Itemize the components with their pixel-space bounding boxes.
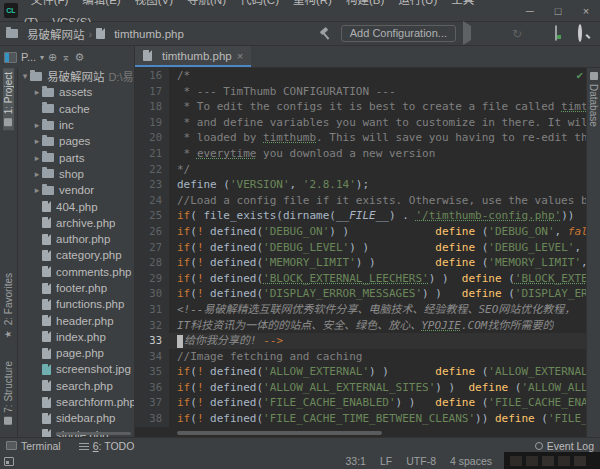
indent-indicator[interactable]: 4 spaces	[450, 455, 492, 467]
code-editor[interactable]: ✔ 16/*17 * --- TimThumb CONFIGURATION --…	[135, 68, 586, 437]
editor-line-25[interactable]: 25if( file_exists(dirname(__FILE__) . '/…	[135, 208, 586, 224]
editor-horizontal-scrollbar[interactable]	[177, 431, 382, 435]
sidebar-item-favorites[interactable]: ★ 2: Favorites	[3, 269, 14, 343]
tree-item-cache[interactable]: cache	[18, 101, 134, 117]
chevron-right-icon[interactable]: ▸	[32, 153, 42, 163]
editor-line-22[interactable]: 22*/	[135, 162, 586, 178]
editor-line-23[interactable]: 23define ('VERSION', '2.8.14');	[135, 177, 586, 193]
menu-item-2[interactable]: 视图(V)	[128, 0, 180, 6]
chevron-right-icon[interactable]: ▸	[32, 185, 42, 195]
editor-line-24[interactable]: 24//Load a config file if it exists. Oth…	[135, 193, 586, 209]
tree-item-label: cache	[59, 103, 90, 115]
search-everywhere-icon[interactable]	[578, 26, 594, 42]
tool-windows-icon[interactable]	[555, 26, 571, 42]
editor-line-18[interactable]: 18 * To edit the configs it is best to c…	[135, 99, 586, 115]
tree-item-screenshot.jpg[interactable]: screenshot.jpg	[18, 361, 134, 377]
editor-line-29[interactable]: 29if(! defined('BLOCK_EXTERNAL_LEECHERS'…	[135, 271, 586, 287]
editor-line-17[interactable]: 17 * --- TimThumb CONFIGURATION ---	[135, 84, 586, 100]
build-hammer-icon[interactable]	[318, 26, 334, 42]
terminal-button[interactable]: Terminal	[6, 440, 61, 452]
editor-line-21[interactable]: 21 * everytime you download a new versio…	[135, 146, 586, 162]
close-button[interactable]: ×	[572, 0, 600, 22]
tree-item-parts[interactable]: ▸parts	[18, 149, 134, 165]
chevron-right-icon[interactable]: ▸	[32, 136, 42, 146]
tree-item-header.php[interactable]: header.php	[18, 312, 134, 328]
tree-item-易破解网站[interactable]: ▾易破解网站D:\易破	[18, 68, 134, 84]
breadcrumb-item[interactable]: timthumb.php	[96, 28, 184, 40]
editor-line-19[interactable]: 19 * and define variables you want to cu…	[135, 115, 586, 131]
menu-item-1[interactable]: 编辑(E)	[75, 0, 127, 6]
tree-item-label: pages	[59, 135, 90, 147]
add-configuration-button[interactable]: Add Configuration...	[341, 25, 456, 42]
tree-item-sidebar.php[interactable]: sidebar.php	[18, 410, 134, 426]
sidebar-item-database[interactable]: Database	[588, 68, 599, 131]
toolwindow-toggle-icon[interactable]	[4, 457, 14, 466]
editor-line-16[interactable]: 16/*	[135, 68, 586, 84]
debug-button	[486, 26, 502, 42]
gear-icon[interactable]: ⚙	[75, 46, 85, 68]
tree-item-404.php[interactable]: 404.php	[18, 198, 134, 214]
editor-line-35[interactable]: 35if(! defined('ALLOW_EXTERNAL') ) defin…	[135, 364, 586, 380]
tree-item-footer.php[interactable]: footer.php	[18, 280, 134, 296]
editor-line-38[interactable]: 38if(! defined('FILE_CACHE_TIME_BETWEEN_…	[135, 411, 586, 427]
editor-line-31[interactable]: 31<!--易破解精选互联网优秀软件分享、电脑技术、经验教程、SEO网站优化教程…	[135, 302, 586, 318]
maximize-button[interactable]: □	[544, 0, 572, 22]
tree-item-searchform.php[interactable]: searchform.php	[18, 394, 134, 410]
tree-item-label: author.php	[56, 233, 110, 245]
breadcrumb-item[interactable]: 易破解网站	[6, 26, 85, 42]
code-text: if(! defined('DISPLAY_ERROR_MESSAGES') )…	[169, 286, 586, 302]
minimize-button[interactable]: ─	[516, 0, 544, 22]
menu-item-6[interactable]: 构建(B)	[339, 0, 391, 6]
menu-item-4[interactable]: 代码(C)	[233, 0, 286, 6]
caret-position[interactable]: 33:1	[346, 455, 366, 467]
tree-item-inc[interactable]: ▸inc	[18, 117, 134, 133]
tree-item-shop[interactable]: ▸shop	[18, 166, 134, 182]
line-ending-indicator[interactable]: LF	[380, 455, 392, 467]
tree-item-assets[interactable]: ▸assets	[18, 84, 134, 100]
sidebar-item-project[interactable]: 1: Project	[3, 68, 14, 130]
sidebar-item-structure[interactable]: 7: Structure	[3, 357, 14, 429]
editor-line-26[interactable]: 26if(! defined('DEBUG_ON') ) define ('DE…	[135, 224, 586, 240]
tree-item-vendor[interactable]: ▸vendor	[18, 182, 134, 198]
tree-item-comments.php[interactable]: comments.php	[18, 264, 134, 280]
tree-item-functions.php[interactable]: functions.php	[18, 296, 134, 312]
menu-item-3[interactable]: 导航(N)	[180, 0, 233, 6]
chevron-right-icon[interactable]: ▸	[32, 87, 42, 97]
tab-close-icon[interactable]: ×	[237, 50, 243, 62]
tree-item-category.php[interactable]: category.php	[18, 247, 134, 263]
tree-item-author.php[interactable]: author.php	[18, 231, 134, 247]
code-text: IT科技资讯为一体的的站点、安全、绿色、放心、YPOJIE.COM找你所需要的	[169, 318, 554, 334]
editor-line-33[interactable]: 33给你我分享的! -->	[135, 333, 586, 349]
locate-file-icon[interactable]: ⊕	[48, 46, 57, 68]
editor-line-28[interactable]: 28if(! defined('MEMORY_LIMIT') ) define …	[135, 255, 586, 271]
menu-item-7[interactable]: 运行(U)	[391, 0, 444, 6]
inspections-ok-icon[interactable]: ✔	[576, 69, 583, 82]
editor-line-27[interactable]: 27if(! defined('DEBUG_LEVEL') ) define (…	[135, 240, 586, 256]
tree-horizontal-scrollbar[interactable]	[56, 432, 131, 435]
chevron-down-icon[interactable]: ▾	[40, 53, 44, 62]
todo-button[interactable]: 6: TODO	[79, 440, 135, 452]
editor-line-37[interactable]: 37if(! defined('FILE_CACHE_ENABLED') ) d…	[135, 395, 586, 411]
tree-item-search.php[interactable]: search.php	[18, 378, 134, 394]
menu-item-0[interactable]: 文件(F)	[24, 0, 76, 6]
folder-icon	[42, 104, 54, 113]
collapse-all-icon[interactable]: ⌅	[61, 46, 70, 68]
editor-line-20[interactable]: 20 * loaded by timthumb. This will save …	[135, 130, 586, 146]
editor-line-32[interactable]: 32IT科技资讯为一体的的站点、安全、绿色、放心、YPOJIE.COM找你所需要…	[135, 318, 586, 334]
code-text: * --- TimThumb CONFIGURATION ---	[169, 84, 396, 100]
chevron-right-icon[interactable]: ▸	[32, 169, 42, 179]
tree-item-page.php[interactable]: page.php	[18, 345, 134, 361]
encoding-indicator[interactable]: UTF-8	[406, 455, 436, 467]
editor-line-34[interactable]: 34//Image fetching and caching	[135, 349, 586, 365]
tree-item-archive.php[interactable]: archive.php	[18, 215, 134, 231]
editor-line-36[interactable]: 36if(! defined('ALLOW_ALL_EXTERNAL_SITES…	[135, 380, 586, 396]
event-log-button[interactable]: Event Log	[535, 440, 594, 452]
chevron-down-icon[interactable]: ▾	[20, 71, 30, 81]
menu-item-5[interactable]: 重构(R)	[286, 0, 339, 6]
editor-line-30[interactable]: 30if(! defined('DISPLAY_ERROR_MESSAGES')…	[135, 286, 586, 302]
tab-timthumb-php[interactable]: timthumb.php ×	[135, 46, 251, 67]
tree-item-pages[interactable]: ▸pages	[18, 133, 134, 149]
chevron-right-icon[interactable]: ▸	[32, 120, 42, 130]
project-view-selector[interactable]: P...	[21, 51, 36, 63]
tree-item-index.php[interactable]: index.php	[18, 329, 134, 345]
